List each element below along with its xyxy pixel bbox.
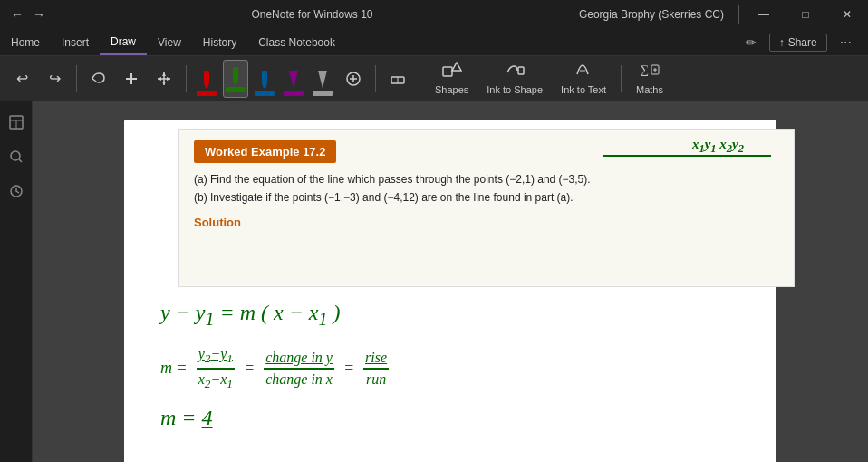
textbook-solution: Solution (194, 213, 779, 233)
svg-line-0 (92, 79, 95, 81)
annotation-underline (603, 155, 771, 157)
sidebar-search-button[interactable] (3, 143, 30, 170)
pen-blue-nib (262, 71, 267, 89)
sidebar-sections-button[interactable] (3, 109, 30, 136)
svg-text:∑: ∑ (641, 63, 649, 76)
frac2-denominator: change in x (264, 370, 334, 388)
back-button[interactable]: ← (7, 5, 27, 24)
move-icon (155, 70, 173, 88)
frac3-numerator: rise (363, 350, 389, 370)
nav-buttons[interactable]: ← → (0, 0, 56, 29)
user-info: Georgia Brophy (Skerries CC) (568, 8, 735, 21)
undo-button[interactable]: ↩ (7, 64, 36, 93)
pen-gray-swatch (313, 91, 333, 96)
formula-m-eq: m = (160, 359, 188, 378)
minimize-button[interactable]: — (743, 0, 785, 29)
pen-red-swatch (197, 91, 217, 96)
eraser-button[interactable] (383, 64, 412, 93)
equals-2: = (343, 359, 354, 378)
menu-insert[interactable]: Insert (51, 29, 100, 55)
pen-green-button[interactable] (223, 60, 248, 98)
maths-label: Maths (636, 84, 663, 95)
share-button[interactable]: ↑ Share (769, 34, 827, 52)
handwriting-area: y − y1 = m ( x − x1 ) m = y2−y1 x2−x1 = … (160, 301, 776, 430)
redo-button[interactable]: ↪ (40, 64, 69, 93)
pen-mode-button[interactable]: ✏ (740, 35, 762, 50)
toolbar-sep-3 (375, 65, 376, 92)
textbook-part-a: (a) Find the equation of the line which … (194, 170, 779, 188)
forward-button[interactable]: → (29, 5, 49, 24)
formula-line-1: y − y1 = m ( x − x1 ) (160, 301, 776, 330)
toolbar-sep-5 (621, 65, 622, 92)
pen-purple-nib (289, 71, 298, 89)
textbook-image: Worked Example 17.2 x1y1 x2y2 (a) Find t… (178, 129, 795, 287)
ink-to-shape-icon (505, 62, 525, 82)
pen-green-nib (233, 67, 238, 85)
menu-right-actions: ✏ ↑ Share ··· (729, 34, 868, 52)
menu-classnotebook[interactable]: Class Notebook (247, 29, 346, 55)
ink-to-shape-label: Ink to Shape (487, 84, 543, 95)
ink-to-text-button[interactable]: Ink to Text (554, 59, 613, 99)
pen-gray-button[interactable] (310, 60, 335, 98)
close-button[interactable]: ✕ (826, 0, 868, 29)
svg-point-23 (11, 151, 20, 160)
svg-marker-13 (452, 63, 461, 71)
ink-to-shape-button[interactable]: Ink to Shape (479, 59, 550, 99)
menu-history[interactable]: History (192, 29, 247, 55)
sidebar-history-button[interactable] (3, 178, 30, 205)
frac1-denominator: x2−x1 (197, 370, 235, 391)
left-sidebar (0, 101, 33, 462)
svg-rect-14 (518, 67, 524, 74)
add-space-button[interactable] (117, 64, 146, 93)
lasso-icon (90, 70, 108, 88)
formula-line-3: m = 4 (160, 406, 776, 430)
pen-purple-button[interactable] (281, 60, 306, 98)
search-icon (9, 149, 24, 164)
window-title: OneNote for Windows 10 (56, 8, 568, 21)
pen-purple-swatch (284, 91, 304, 96)
svg-rect-12 (443, 67, 452, 76)
move-button[interactable] (149, 64, 178, 93)
shapes-icon (442, 62, 462, 82)
shapes-button[interactable]: Shapes (428, 59, 476, 99)
eraser-icon (389, 70, 407, 88)
pen-blue-swatch (255, 91, 275, 96)
textbook-content: Worked Example 17.2 x1y1 x2y2 (a) Find t… (179, 130, 794, 286)
maths-button[interactable]: ∑ Maths (629, 59, 670, 99)
history-icon (9, 184, 24, 198)
svg-marker-5 (158, 77, 161, 81)
shapes-label: Shapes (435, 84, 468, 95)
menu-view[interactable]: View (147, 29, 192, 55)
add-space-icon (122, 70, 140, 88)
pen-blue-button[interactable] (252, 60, 277, 98)
textbook-part-b: (b) Investigate if the points (−1,−3) an… (194, 188, 779, 207)
maximize-button[interactable]: □ (785, 0, 826, 29)
more-options-button[interactable]: ··· (834, 34, 857, 51)
formula-result: 4 (202, 406, 213, 429)
lasso-select-button[interactable] (84, 64, 113, 93)
share-icon: ↑ (779, 36, 785, 49)
equals-1: = (244, 359, 255, 378)
formula-line-2: m = y2−y1 x2−x1 = change in y change in … (160, 346, 776, 391)
frac2-numerator: change in y (264, 350, 334, 370)
window-controls[interactable]: — □ ✕ (743, 0, 868, 29)
note-page: Worked Example 17.2 x1y1 x2y2 (a) Find t… (124, 120, 776, 462)
ink-to-text-label: Ink to Text (561, 84, 606, 95)
pen-red-button[interactable] (194, 60, 219, 98)
frac3-denominator: run (364, 370, 388, 388)
menu-home[interactable]: Home (0, 29, 51, 55)
ink-to-text-icon (574, 62, 593, 82)
separator (738, 5, 739, 24)
svg-marker-6 (167, 77, 170, 81)
maths-icon: ∑ (639, 62, 661, 82)
toolbar-sep-2 (186, 65, 187, 92)
svg-marker-4 (162, 82, 166, 85)
toolbar-sep-1 (76, 65, 77, 92)
add-pen-icon (345, 71, 362, 87)
content-area: Worked Example 17.2 x1y1 x2y2 (a) Find t… (0, 101, 868, 462)
page-canvas[interactable]: Worked Example 17.2 x1y1 x2y2 (a) Find t… (33, 101, 868, 462)
add-pen-button[interactable] (339, 64, 368, 93)
svg-marker-3 (162, 72, 166, 76)
menu-draw[interactable]: Draw (100, 29, 147, 55)
textbook-annotation: x1y1 x2y2 (692, 137, 744, 156)
